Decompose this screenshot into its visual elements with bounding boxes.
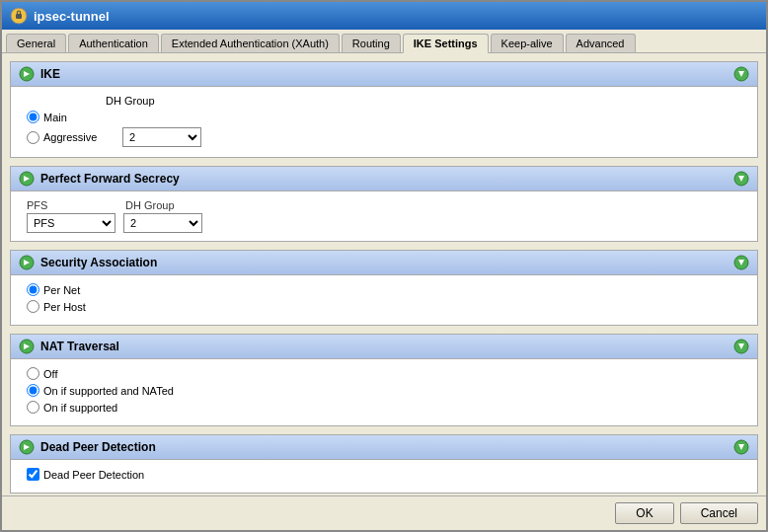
ike-section-body: DH Group Main Aggressive 2 1 5: [11, 87, 757, 157]
pfs-dh-select[interactable]: 2 1 5: [123, 213, 202, 233]
pfs-header-left: Perfect Forward Secrecy: [19, 171, 180, 187]
ike-dh-select[interactable]: 2 1 5: [122, 127, 201, 147]
security-section: Security Association Per Net Per Host: [10, 250, 758, 326]
per-host-radio[interactable]: [27, 300, 39, 313]
content-area: IKE DH Group Main Aggressive: [2, 53, 766, 495]
nat-on-nated-radio[interactable]: [27, 384, 39, 397]
pfs-section-header: Perfect Forward Secrecy: [11, 167, 757, 191]
ike-main-radio-row: Main: [27, 111, 741, 123]
dpd-collapse-icon[interactable]: [733, 439, 749, 455]
nat-expand-icon[interactable]: [19, 339, 35, 354]
nat-section-body: Off On if supported and NATed On if supp…: [11, 359, 757, 425]
nat-on-supported-label: On if supported: [43, 402, 117, 414]
ike-dh-group-label: DH Group: [106, 95, 155, 107]
dpd-section-body: Dead Peer Detection: [11, 460, 757, 493]
nat-off-radio[interactable]: [27, 367, 39, 380]
dh-col-label: DH Group: [125, 199, 175, 211]
dpd-section-header: Dead Peer Detection: [11, 435, 757, 460]
dpd-section: Dead Peer Detection Dead Peer Detection: [10, 434, 758, 494]
main-window: ipsec-tunnel General Authentication Exte…: [0, 0, 768, 532]
security-section-header: Security Association: [11, 251, 757, 275]
nat-off-label: Off: [43, 368, 57, 380]
nat-section-title: NAT Traversal: [40, 340, 119, 353]
per-host-label: Per Host: [43, 301, 86, 313]
nat-off-row: Off: [27, 367, 741, 380]
nat-on-supported-row: On if supported: [27, 401, 741, 414]
pfs-section-title: Perfect Forward Secrecy: [40, 172, 180, 186]
app-icon: [10, 7, 28, 25]
pfs-select[interactable]: PFS None: [27, 213, 115, 233]
security-expand-icon[interactable]: [19, 255, 35, 270]
pfs-collapse-icon[interactable]: [733, 171, 749, 187]
dpd-header-left: Dead Peer Detection: [19, 439, 156, 455]
ike-section-header: IKE: [11, 62, 757, 87]
security-section-title: Security Association: [40, 256, 157, 269]
pfs-section-body: PFS DH Group PFS None 2 1 5: [11, 191, 757, 241]
ike-header-left: IKE: [19, 66, 60, 82]
bottom-bar: OK Cancel: [2, 495, 766, 530]
title-bar: ipsec-tunnel: [2, 2, 766, 30]
pfs-selects-row: PFS None 2 1 5: [27, 213, 741, 233]
tab-general[interactable]: General: [6, 34, 66, 52]
tab-advanced[interactable]: Advanced: [566, 34, 636, 52]
ike-main-radio-label: Main: [43, 112, 67, 123]
nat-collapse-icon[interactable]: [733, 339, 749, 354]
nat-section: NAT Traversal Off On if supported and NA…: [10, 334, 758, 426]
dpd-checkbox-row: Dead Peer Detection: [27, 468, 741, 481]
pfs-col-label: PFS: [27, 199, 125, 211]
nat-on-nated-row: On if supported and NATed: [27, 384, 741, 397]
security-collapse-icon[interactable]: [733, 255, 749, 270]
ike-main-row: DH Group: [27, 95, 741, 107]
ike-section-title: IKE: [40, 67, 60, 81]
tab-bar: General Authentication Extended Authenti…: [2, 30, 766, 53]
nat-section-header: NAT Traversal: [11, 335, 757, 359]
dpd-checkbox-label: Dead Peer Detection: [43, 469, 144, 481]
per-net-row: Per Net: [27, 283, 741, 296]
pfs-section: Perfect Forward Secrecy PFS DH Group PFS…: [10, 166, 758, 242]
security-section-body: Per Net Per Host: [11, 275, 757, 325]
ike-aggressive-label: Aggressive: [43, 131, 118, 143]
ike-main-radio[interactable]: [27, 111, 39, 123]
ike-section: IKE DH Group Main Aggressive: [10, 61, 758, 158]
tab-routing[interactable]: Routing: [342, 34, 401, 52]
nat-on-supported-radio[interactable]: [27, 401, 39, 414]
ike-collapse-icon[interactable]: [733, 66, 749, 82]
tab-extended-auth[interactable]: Extended Authentication (XAuth): [161, 34, 340, 52]
dpd-checkbox[interactable]: [27, 468, 39, 481]
window-title: ipsec-tunnel: [34, 9, 110, 24]
security-header-left: Security Association: [19, 255, 157, 270]
ike-expand-icon[interactable]: [19, 66, 35, 82]
nat-on-nated-label: On if supported and NATed: [43, 385, 174, 397]
dpd-expand-icon[interactable]: [19, 439, 35, 455]
per-net-label: Per Net: [43, 284, 80, 296]
tab-ike-settings[interactable]: IKE Settings: [403, 34, 489, 53]
tab-authentication[interactable]: Authentication: [68, 34, 159, 52]
cancel-button[interactable]: Cancel: [680, 502, 758, 524]
per-host-row: Per Host: [27, 300, 741, 313]
ok-button[interactable]: OK: [615, 502, 673, 524]
dpd-section-title: Dead Peer Detection: [40, 440, 156, 454]
per-net-radio[interactable]: [27, 283, 39, 296]
pfs-expand-icon[interactable]: [19, 171, 35, 187]
pfs-labels-row: PFS DH Group: [27, 199, 741, 211]
ike-aggressive-radio[interactable]: [27, 131, 39, 144]
tab-keepalive[interactable]: Keep-alive: [491, 34, 564, 52]
nat-header-left: NAT Traversal: [19, 339, 119, 354]
ike-aggressive-row: Aggressive 2 1 5: [27, 127, 741, 147]
